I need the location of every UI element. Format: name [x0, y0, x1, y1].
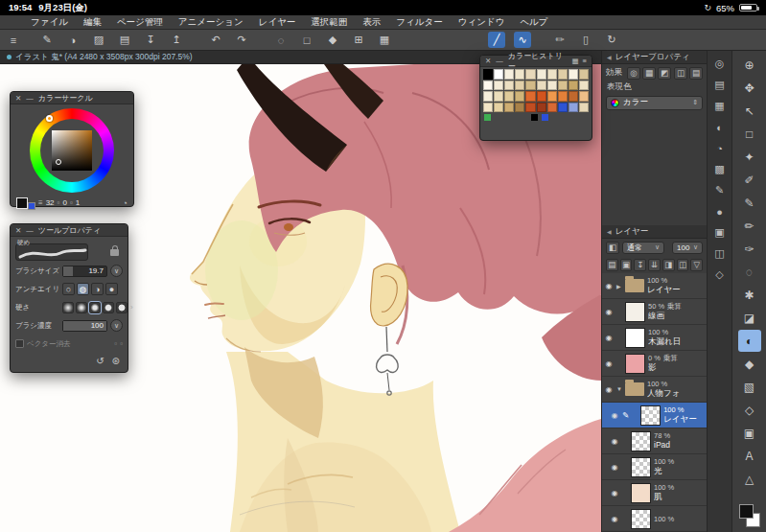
divide-view-icon[interactable]: ◫: [677, 259, 689, 271]
anti-alias-option[interactable]: ◑: [91, 283, 104, 295]
chevron-right-icon[interactable]: ›: [130, 303, 133, 312]
hardness-option[interactable]: [103, 302, 114, 313]
zoom-tool-icon[interactable]: ⊕: [738, 54, 761, 76]
history-color-swatch[interactable]: [483, 81, 493, 91]
layer-row-senga[interactable]: ◉ ✎ 50 % 乗算 線画: [602, 299, 707, 325]
layer-thumbnail[interactable]: [631, 509, 651, 529]
layer-row-bottom[interactable]: ◉ ✎ 100 %: [602, 506, 707, 532]
history-color-swatch[interactable]: [537, 91, 546, 102]
selection-tool-icon[interactable]: □: [738, 123, 761, 145]
layer-row-hikari[interactable]: ◉ ✎ 100 % 光: [602, 454, 707, 480]
visibility-eye-icon[interactable]: ◉: [610, 437, 619, 446]
hue-cursor[interactable]: [46, 115, 53, 122]
history-color-swatch[interactable]: [558, 69, 568, 80]
auto-select-tool-icon[interactable]: ✦: [738, 146, 761, 168]
history-color-swatch[interactable]: [558, 91, 568, 102]
operation-tool-icon[interactable]: ↖: [738, 100, 761, 122]
menu-item[interactable]: アニメーション: [171, 15, 251, 29]
layer-row-ipad[interactable]: ◉ ✎ 78 % iPad: [602, 428, 707, 454]
visibility-eye-icon[interactable]: ◉: [610, 489, 619, 497]
minimize-icon[interactable]: —: [496, 57, 503, 65]
menu-item[interactable]: フィルター: [388, 15, 450, 29]
export-icon[interactable]: ↥: [168, 32, 185, 48]
history-color-swatch[interactable]: [494, 69, 503, 80]
color-history-tab-icon[interactable]: ◔: [710, 139, 730, 157]
slider-options-button[interactable]: ∨: [110, 319, 123, 332]
history-color-swatch[interactable]: [525, 81, 535, 91]
select-area-icon[interactable]: □: [298, 32, 315, 48]
undo-icon[interactable]: ↶: [207, 32, 224, 48]
new-canvas-icon[interactable]: ▤: [116, 32, 133, 48]
menu-item[interactable]: 編集: [76, 15, 109, 29]
hardness-option[interactable]: [116, 302, 128, 313]
tool-property-header[interactable]: ✕ — ツールプロパティ: [11, 224, 128, 237]
anti-alias-option[interactable]: ●: [105, 283, 118, 295]
merge-down-icon[interactable]: ⇊: [648, 259, 661, 271]
layer-row-kage[interactable]: ◉ ✎ 0 % 乗算 影: [602, 351, 707, 377]
history-color-swatch[interactable]: [494, 81, 503, 91]
redo-icon[interactable]: ↷: [233, 32, 250, 48]
lock-icon[interactable]: [110, 249, 119, 256]
minimize-icon[interactable]: —: [26, 226, 34, 235]
document-tab[interactable]: イラスト 鬼* (A4 2480 x 3508px 300dpi 207.5%): [15, 52, 193, 63]
text-tool-icon[interactable]: A: [738, 445, 761, 467]
history-clock-icon[interactable]: ◔: [123, 198, 128, 208]
history-color-swatch[interactable]: [569, 69, 578, 80]
brush-quick-icon[interactable]: ◑: [64, 32, 81, 48]
history-color-swatch[interactable]: [504, 69, 514, 80]
fill-icon[interactable]: ◆: [324, 32, 341, 48]
history-color-swatch[interactable]: [569, 81, 578, 91]
anti-alias-option[interactable]: ○: [62, 283, 75, 295]
pen-quick-icon[interactable]: ✎: [38, 32, 56, 48]
color-circle-header[interactable]: ✕ — カラーサークル: [11, 92, 133, 104]
menu-item[interactable]: ウィンドウ: [451, 15, 513, 29]
history-color-swatch[interactable]: [525, 69, 535, 80]
history-color-swatch[interactable]: [494, 103, 503, 113]
main-color-chip[interactable]: [739, 504, 754, 519]
reset-all-icon[interactable]: ↺: [96, 356, 104, 366]
layer-thumbnail[interactable]: [625, 328, 645, 348]
layer-row-folder-top[interactable]: ◉ ✎ ▶ 100 % レイヤー: [602, 273, 707, 299]
folder-arrow-icon[interactable]: ▼: [616, 386, 622, 392]
panel-menu-icon[interactable]: ≡: [583, 57, 587, 65]
history-color-swatch[interactable]: [537, 81, 546, 91]
history-color-swatch[interactable]: [537, 103, 546, 113]
layer-thumbnail[interactable]: [625, 302, 645, 322]
vector-erase-checkbox[interactable]: [15, 339, 24, 348]
history-color-swatch[interactable]: [504, 103, 514, 113]
swatch-tab-icon[interactable]: ▩: [710, 160, 730, 178]
history-color-swatch[interactable]: [579, 103, 589, 113]
main-menu-icon[interactable]: ≡: [5, 32, 22, 48]
main-color-chip[interactable]: [16, 197, 28, 209]
layer-color-effect-icon[interactable]: ◩: [658, 67, 671, 80]
hardness-option[interactable]: [76, 302, 87, 313]
close-icon[interactable]: ✕: [15, 226, 21, 235]
expression-color-select[interactable]: カラー ⇕: [606, 96, 703, 110]
pen-tool-icon[interactable]: ✎: [738, 192, 761, 214]
menu-item[interactable]: 表示: [355, 15, 388, 29]
list-view-icon[interactable]: ▤: [689, 67, 703, 80]
hue-ring[interactable]: [30, 108, 114, 193]
folder-arrow-icon[interactable]: ▶: [616, 283, 622, 289]
brush-size-tab-icon[interactable]: ●: [710, 202, 730, 220]
border-effect-icon[interactable]: ◎: [627, 67, 640, 80]
density-slider[interactable]: 100: [62, 320, 107, 332]
transform-icon[interactable]: ⊞: [350, 32, 367, 48]
history-color-swatch[interactable]: [547, 81, 557, 91]
visibility-eye-icon[interactable]: ◉: [604, 334, 614, 342]
device-icon[interactable]: ▯: [577, 32, 594, 48]
menu-item[interactable]: レイヤー: [251, 15, 304, 29]
frame-border-tool-icon[interactable]: ▣: [738, 422, 761, 444]
slider-mode-icon[interactable]: ≡: [38, 198, 43, 207]
layer-panel-header[interactable]: ◀ レイヤー: [602, 225, 707, 239]
curve-line-icon[interactable]: ∿: [514, 32, 531, 48]
history-color-swatch[interactable]: [515, 81, 524, 91]
history-color-swatch[interactable]: [483, 91, 493, 102]
history-color-swatch[interactable]: [579, 69, 589, 80]
sv-cursor[interactable]: [56, 159, 61, 165]
history-color-swatch[interactable]: [515, 69, 524, 80]
eraser-tool-icon[interactable]: ◪: [738, 307, 761, 329]
pencil-tool-icon[interactable]: ✏: [738, 215, 761, 237]
visibility-eye-icon[interactable]: ◉: [604, 359, 614, 368]
brush-size-slider[interactable]: 19.7: [62, 266, 107, 277]
